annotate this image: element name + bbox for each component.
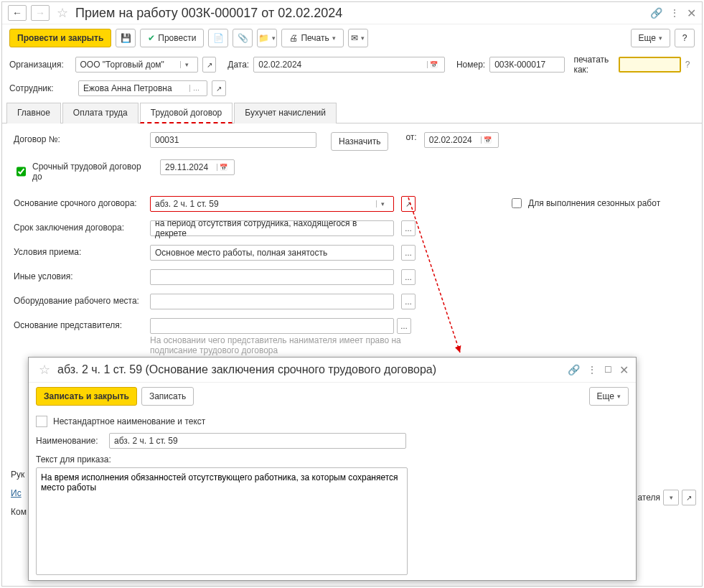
question-icon: ? — [682, 33, 687, 43]
rep-basis-help: На основании чего представитель нанимате… — [150, 335, 401, 355]
assign-button[interactable]: Назначить — [331, 132, 388, 151]
tab-accounting[interactable]: Бухучет начислений — [234, 103, 337, 123]
attachment-button[interactable]: 📎 — [233, 29, 253, 47]
basis-select[interactable]: абз. 2 ч. 1 ст. 59 ▾ — [150, 196, 394, 212]
nonstd-label: Нестандартное наименование и текст — [53, 416, 205, 426]
more-dropdown-button[interactable]: Еще▾ — [631, 29, 670, 47]
doc-button[interactable]: 📄 — [208, 29, 228, 47]
print-as-help-icon[interactable]: ? — [685, 60, 695, 70]
close-icon[interactable]: ✕ — [687, 6, 696, 20]
period-ellipsis-button[interactable]: … — [401, 220, 416, 236]
equipment-input[interactable] — [150, 294, 394, 309]
conditions-ellipsis-button[interactable]: … — [401, 245, 416, 261]
post-and-close-button[interactable]: Провести и закрыть — [9, 29, 111, 47]
tab-pay[interactable]: Оплата труда — [62, 103, 139, 123]
rep-basis-input[interactable] — [150, 318, 394, 334]
print-as-input[interactable] — [619, 57, 680, 73]
mail-dropdown-button[interactable]: ✉▾ — [348, 29, 368, 47]
fixed-term-checkbox[interactable] — [17, 167, 26, 177]
seasonal-checkbox[interactable] — [512, 198, 522, 208]
fixed-term-label: Срочный трудовой договор до — [32, 162, 143, 182]
popup-close-icon[interactable]: ✕ — [619, 363, 629, 377]
popup-maximize-icon[interactable]: ☐ — [604, 365, 612, 375]
equipment-label: Оборудование рабочего места: — [14, 294, 143, 306]
popup-kebab-icon[interactable]: ⋮ — [587, 364, 597, 375]
bottom-open1[interactable]: ↗ — [682, 490, 696, 505]
popup-name-label: Наименование: — [36, 436, 103, 446]
number-input[interactable]: 003К-000017 — [489, 57, 565, 73]
calendar-icon[interactable]: 📅 — [217, 164, 230, 171]
employee-select[interactable]: Ежова Анна Петровна … — [78, 80, 207, 96]
bottom-dd1[interactable]: ▾ — [663, 490, 679, 505]
calendar-icon[interactable]: 📅 — [481, 136, 494, 144]
rep-basis-ellipsis-button[interactable]: … — [397, 318, 411, 334]
conditions-input[interactable]: Основное место работы, полная занятость — [150, 245, 394, 261]
conditions-label: Условия приема: — [14, 245, 143, 257]
basis-open-button[interactable]: ↗ — [401, 196, 416, 212]
ellipsis-icon[interactable]: … — [189, 85, 202, 92]
tab-contract[interactable]: Трудовой договор — [140, 103, 233, 123]
chevron-down-icon[interactable]: ▾ — [376, 200, 389, 207]
popup-more-dropdown[interactable]: Еще▾ — [589, 387, 629, 406]
external-icon: ↗ — [405, 200, 411, 208]
from-label: от: — [405, 132, 416, 142]
rep-basis-label: Основание представителя: — [14, 318, 143, 330]
external-icon: ↗ — [216, 85, 222, 93]
seasonal-label: Для выполнения сезонных работ — [528, 198, 660, 208]
document-icon: 📄 — [213, 33, 224, 43]
date-input[interactable]: 02.02.2024 📅 — [253, 57, 445, 73]
employee-open-button[interactable]: ↗ — [212, 80, 226, 96]
period-label: Срок заключения договора: — [14, 220, 143, 233]
contract-number-input[interactable]: 00031 — [150, 132, 316, 148]
post-button[interactable]: ✔Провести — [140, 29, 204, 47]
number-label: Номер: — [456, 60, 485, 70]
popup-order-text-area[interactable] — [36, 467, 408, 575]
popup-name-input[interactable]: абз. 2 ч. 1 ст. 59 — [109, 433, 406, 449]
basis-label: Основание срочного договора: — [14, 196, 143, 208]
org-select[interactable]: ООО "Торговый дом" ▾ — [75, 57, 199, 73]
popup-save-close-button[interactable]: Записать и закрыть — [36, 387, 137, 406]
atelya-text: ателя — [637, 493, 660, 503]
chevron-down-icon[interactable]: ▾ — [180, 61, 193, 68]
favorite-star-icon[interactable]: ☆ — [57, 5, 68, 21]
print-dropdown-button[interactable]: 🖨Печать▾ — [281, 29, 343, 47]
nav-forward-button[interactable]: → — [31, 5, 50, 21]
window-title: Прием на работу 003К-000017 от 02.02.202… — [75, 6, 646, 21]
popup-link-icon[interactable]: 🔗 — [568, 364, 580, 375]
employee-label: Сотрудник: — [9, 83, 74, 93]
kebab-menu-icon[interactable]: ⋮ — [670, 7, 680, 19]
popup-save-button[interactable]: Записать — [141, 387, 194, 406]
contract-number-label: Договор №: — [14, 132, 143, 144]
check-icon: ✔ — [148, 33, 155, 43]
org-label: Организация: — [9, 60, 71, 70]
popup-star-icon[interactable]: ☆ — [39, 362, 50, 378]
help-button[interactable]: ? — [675, 29, 695, 47]
link-icon[interactable]: 🔗 — [650, 7, 662, 19]
paperclip-icon: 📎 — [238, 33, 248, 43]
external-icon: ↗ — [686, 494, 692, 502]
save-button[interactable]: 💾 — [116, 29, 136, 47]
nonstd-checkbox[interactable] — [36, 416, 47, 427]
org-open-button[interactable]: ↗ — [202, 57, 216, 73]
external-icon: ↗ — [207, 61, 212, 69]
popup-order-text-label: Текст для приказа: — [36, 454, 111, 465]
fixed-term-date-input[interactable]: 29.11.2024 📅 — [160, 159, 235, 175]
other-input[interactable] — [150, 269, 394, 285]
envelope-icon: ✉ — [351, 33, 358, 43]
popup-title: абз. 2 ч. 1 ст. 59 (Основание заключения… — [57, 363, 563, 376]
date-label: Дата: — [227, 60, 249, 70]
other-label: Иные условия: — [14, 269, 143, 281]
period-input[interactable]: на период отсутствия сотрудника, находящ… — [150, 220, 394, 236]
folder-dropdown-button[interactable]: 📁▾ — [257, 29, 277, 47]
tab-main[interactable]: Главное — [6, 103, 61, 123]
from-date-input[interactable]: 02.02.2024 📅 — [424, 132, 499, 148]
other-ellipsis-button[interactable]: … — [401, 269, 416, 285]
print-as-label: печатать как: — [573, 55, 614, 75]
calendar-icon[interactable]: 📅 — [427, 61, 440, 68]
floppy-icon: 💾 — [121, 33, 131, 43]
nav-back-button[interactable]: ← — [8, 5, 27, 21]
equipment-ellipsis-button[interactable]: … — [401, 294, 416, 309]
printer-icon: 🖨 — [289, 33, 298, 43]
folder-icon: 📁 — [258, 33, 269, 43]
